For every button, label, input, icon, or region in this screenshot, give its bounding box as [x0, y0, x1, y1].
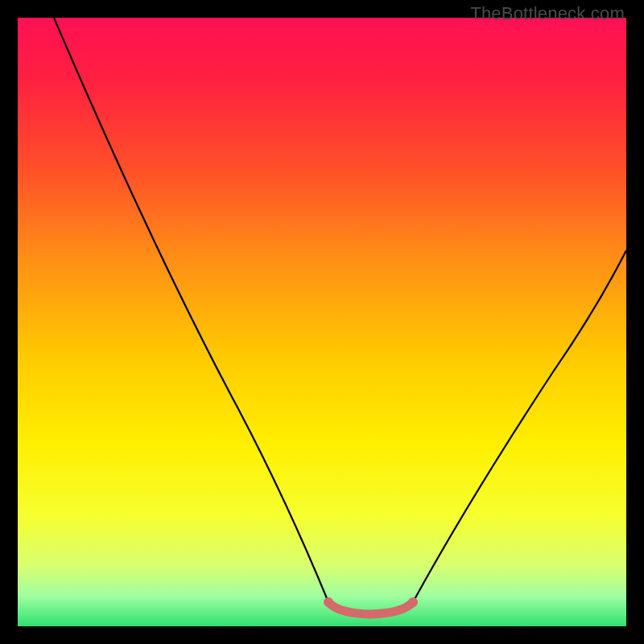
watermark-label: TheBottleneck.com	[470, 3, 625, 24]
plot-area	[18, 18, 626, 626]
bottleneck-curve	[18, 18, 626, 626]
right-endpoint-dot	[408, 597, 418, 607]
flat-segment	[328, 602, 413, 614]
left-curve	[54, 18, 328, 602]
left-endpoint-dot	[324, 597, 333, 607]
right-curve	[413, 250, 626, 602]
chart-frame: TheBottleneck.com	[0, 0, 644, 644]
